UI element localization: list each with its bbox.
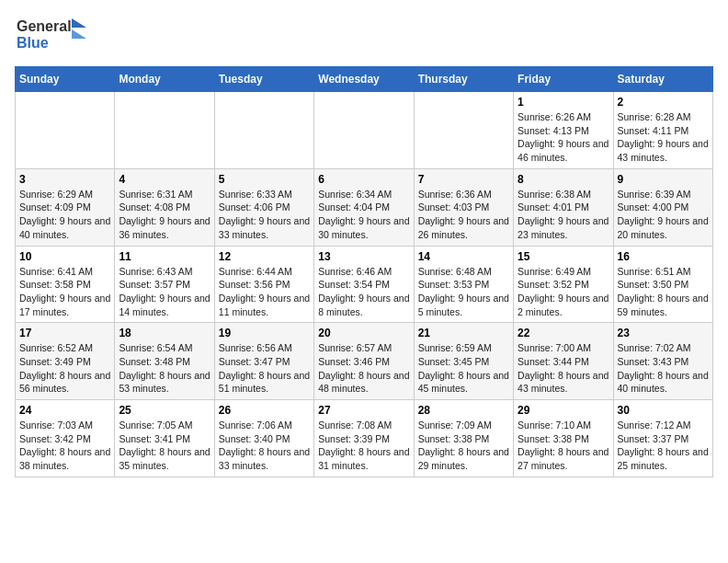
day-number: 28 — [418, 404, 509, 417]
day-number: 21 — [418, 327, 509, 339]
day-info: Sunrise: 6:44 AM Sunset: 3:56 PM Dayligh… — [219, 265, 310, 319]
calendar-day-cell: 28Sunrise: 7:09 AM Sunset: 3:38 PM Dayli… — [414, 400, 513, 477]
day-info: Sunrise: 6:48 AM Sunset: 3:53 PM Dayligh… — [418, 265, 509, 319]
calendar-day-cell: 2Sunrise: 6:28 AM Sunset: 4:11 PM Daylig… — [613, 92, 712, 169]
calendar-day-cell: 10Sunrise: 6:41 AM Sunset: 3:58 PM Dayli… — [16, 246, 115, 323]
day-number: 8 — [518, 173, 609, 186]
day-info: Sunrise: 7:06 AM Sunset: 3:40 PM Dayligh… — [219, 419, 310, 473]
calendar-day-cell: 25Sunrise: 7:05 AM Sunset: 3:41 PM Dayli… — [115, 400, 214, 477]
day-number: 2 — [618, 96, 709, 109]
calendar-day-cell: 21Sunrise: 6:59 AM Sunset: 3:45 PM Dayli… — [414, 323, 513, 400]
day-number: 5 — [219, 173, 310, 186]
weekday-header: Thursday — [414, 67, 513, 92]
calendar-day-cell: 22Sunrise: 7:00 AM Sunset: 3:44 PM Dayli… — [514, 323, 613, 400]
weekday-header: Wednesday — [314, 67, 414, 92]
calendar-day-cell: 23Sunrise: 7:02 AM Sunset: 3:43 PM Dayli… — [613, 323, 712, 400]
day-number: 25 — [119, 404, 210, 417]
calendar-week-row: 17Sunrise: 6:52 AM Sunset: 3:49 PM Dayli… — [16, 323, 713, 400]
day-info: Sunrise: 7:10 AM Sunset: 3:38 PM Dayligh… — [518, 419, 609, 473]
calendar-week-row: 10Sunrise: 6:41 AM Sunset: 3:58 PM Dayli… — [16, 246, 713, 323]
day-info: Sunrise: 6:52 AM Sunset: 3:49 PM Dayligh… — [19, 341, 110, 396]
calendar-day-cell: 20Sunrise: 6:57 AM Sunset: 3:46 PM Dayli… — [314, 323, 414, 400]
calendar-day-cell — [414, 92, 513, 169]
svg-marker-3 — [72, 29, 86, 39]
calendar-day-cell: 26Sunrise: 7:06 AM Sunset: 3:40 PM Dayli… — [214, 400, 313, 477]
day-number: 23 — [618, 327, 709, 339]
day-number: 7 — [418, 173, 509, 186]
day-number: 12 — [219, 250, 310, 263]
day-info: Sunrise: 7:02 AM Sunset: 3:43 PM Dayligh… — [618, 341, 709, 396]
weekday-header: Tuesday — [214, 67, 313, 92]
calendar-day-cell: 29Sunrise: 7:10 AM Sunset: 3:38 PM Dayli… — [514, 400, 613, 477]
calendar-day-cell: 24Sunrise: 7:03 AM Sunset: 3:42 PM Dayli… — [16, 400, 115, 477]
day-number: 30 — [618, 404, 709, 417]
calendar-day-cell: 17Sunrise: 6:52 AM Sunset: 3:49 PM Dayli… — [16, 323, 115, 400]
svg-text:General: General — [17, 18, 72, 34]
day-info: Sunrise: 7:05 AM Sunset: 3:41 PM Dayligh… — [119, 419, 210, 473]
day-info: Sunrise: 6:54 AM Sunset: 3:48 PM Dayligh… — [119, 341, 210, 396]
day-number: 3 — [19, 173, 110, 186]
calendar-day-cell: 19Sunrise: 6:56 AM Sunset: 3:47 PM Dayli… — [214, 323, 313, 400]
svg-text:Blue: Blue — [17, 35, 49, 51]
day-info: Sunrise: 6:33 AM Sunset: 4:06 PM Dayligh… — [219, 188, 310, 242]
calendar-day-cell: 8Sunrise: 6:38 AM Sunset: 4:01 PM Daylig… — [514, 168, 613, 246]
day-info: Sunrise: 7:12 AM Sunset: 3:37 PM Dayligh… — [618, 419, 709, 473]
day-number: 10 — [19, 250, 110, 263]
calendar-day-cell: 30Sunrise: 7:12 AM Sunset: 3:37 PM Dayli… — [613, 400, 712, 477]
day-info: Sunrise: 6:29 AM Sunset: 4:09 PM Dayligh… — [19, 188, 110, 242]
logo-svg: GeneralBlue — [15, 15, 88, 55]
logo: GeneralBlue — [15, 15, 88, 55]
calendar-day-cell: 15Sunrise: 6:49 AM Sunset: 3:52 PM Dayli… — [514, 246, 613, 323]
calendar-day-cell: 7Sunrise: 6:36 AM Sunset: 4:03 PM Daylig… — [414, 168, 513, 246]
day-number: 22 — [518, 327, 609, 339]
day-info: Sunrise: 6:56 AM Sunset: 3:47 PM Dayligh… — [219, 341, 310, 396]
day-number: 29 — [518, 404, 609, 417]
day-info: Sunrise: 6:39 AM Sunset: 4:00 PM Dayligh… — [618, 188, 709, 242]
day-number: 14 — [418, 250, 509, 263]
calendar-day-cell: 16Sunrise: 6:51 AM Sunset: 3:50 PM Dayli… — [613, 246, 712, 323]
calendar-day-cell: 11Sunrise: 6:43 AM Sunset: 3:57 PM Dayli… — [115, 246, 214, 323]
weekday-header: Saturday — [613, 67, 712, 92]
day-info: Sunrise: 6:51 AM Sunset: 3:50 PM Dayligh… — [618, 265, 709, 319]
day-number: 15 — [518, 250, 609, 263]
day-number: 13 — [318, 250, 409, 263]
calendar-table: SundayMondayTuesdayWednesdayThursdayFrid… — [15, 66, 713, 477]
calendar-day-cell: 13Sunrise: 6:46 AM Sunset: 3:54 PM Dayli… — [314, 246, 414, 323]
day-info: Sunrise: 6:41 AM Sunset: 3:58 PM Dayligh… — [19, 265, 110, 319]
svg-marker-2 — [72, 18, 86, 28]
calendar-day-cell — [314, 92, 414, 169]
day-number: 1 — [518, 96, 609, 109]
weekday-header: Friday — [514, 67, 613, 92]
calendar-day-cell: 18Sunrise: 6:54 AM Sunset: 3:48 PM Dayli… — [115, 323, 214, 400]
calendar-day-cell: 3Sunrise: 6:29 AM Sunset: 4:09 PM Daylig… — [16, 168, 115, 246]
calendar-day-cell: 14Sunrise: 6:48 AM Sunset: 3:53 PM Dayli… — [414, 246, 513, 323]
day-info: Sunrise: 6:28 AM Sunset: 4:11 PM Dayligh… — [618, 110, 709, 165]
day-number: 18 — [119, 327, 210, 339]
calendar-header-row: SundayMondayTuesdayWednesdayThursdayFrid… — [16, 67, 713, 92]
day-info: Sunrise: 6:26 AM Sunset: 4:13 PM Dayligh… — [518, 110, 609, 165]
day-info: Sunrise: 6:34 AM Sunset: 4:04 PM Dayligh… — [318, 188, 409, 242]
day-number: 19 — [219, 327, 310, 339]
page-header: GeneralBlue — [15, 15, 713, 55]
calendar-day-cell: 5Sunrise: 6:33 AM Sunset: 4:06 PM Daylig… — [214, 168, 313, 246]
calendar-day-cell: 4Sunrise: 6:31 AM Sunset: 4:08 PM Daylig… — [115, 168, 214, 246]
day-number: 27 — [318, 404, 409, 417]
calendar-day-cell — [214, 92, 313, 169]
calendar-day-cell: 6Sunrise: 6:34 AM Sunset: 4:04 PM Daylig… — [314, 168, 414, 246]
calendar-day-cell: 27Sunrise: 7:08 AM Sunset: 3:39 PM Dayli… — [314, 400, 414, 477]
day-info: Sunrise: 7:00 AM Sunset: 3:44 PM Dayligh… — [518, 341, 609, 396]
day-number: 26 — [219, 404, 310, 417]
calendar-day-cell: 1Sunrise: 6:26 AM Sunset: 4:13 PM Daylig… — [514, 92, 613, 169]
day-info: Sunrise: 6:38 AM Sunset: 4:01 PM Dayligh… — [518, 188, 609, 242]
day-number: 17 — [19, 327, 110, 339]
day-number: 4 — [119, 173, 210, 186]
calendar-week-row: 3Sunrise: 6:29 AM Sunset: 4:09 PM Daylig… — [16, 168, 713, 246]
calendar-week-row: 1Sunrise: 6:26 AM Sunset: 4:13 PM Daylig… — [16, 92, 713, 169]
day-number: 24 — [19, 404, 110, 417]
weekday-header: Monday — [115, 67, 214, 92]
weekday-header: Sunday — [16, 67, 115, 92]
day-number: 9 — [618, 173, 709, 186]
day-info: Sunrise: 7:08 AM Sunset: 3:39 PM Dayligh… — [318, 419, 409, 473]
calendar-week-row: 24Sunrise: 7:03 AM Sunset: 3:42 PM Dayli… — [16, 400, 713, 477]
day-number: 20 — [318, 327, 409, 339]
